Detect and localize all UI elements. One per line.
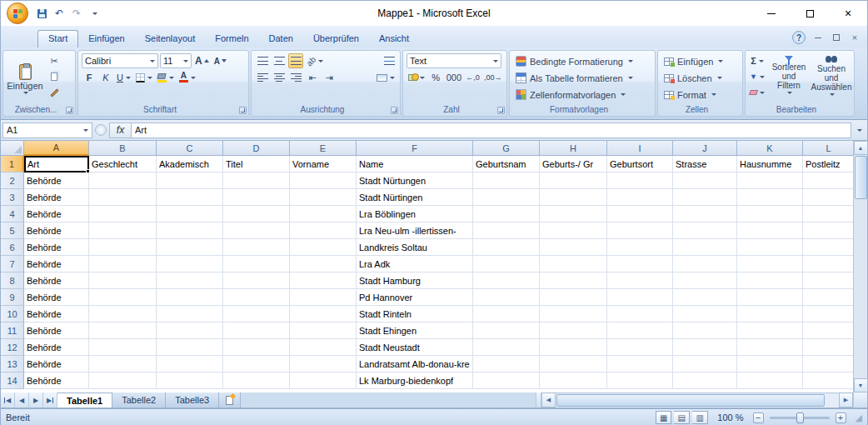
- cell-F14[interactable]: Lk Marburg-biedenkopf: [357, 372, 473, 389]
- increase-indent-button[interactable]: ⇥: [322, 70, 337, 85]
- number-dialog-launcher[interactable]: [497, 107, 505, 114]
- thousands-separator-button[interactable]: 000: [445, 70, 463, 85]
- cell-D10[interactable]: [223, 306, 290, 322]
- insert-cells-button[interactable]: Einfügen: [661, 53, 740, 69]
- cell-A11[interactable]: Behörde: [24, 322, 89, 339]
- cell-F6[interactable]: Landkreis Soltau: [357, 239, 473, 256]
- conditional-formatting-button[interactable]: Bedingte Formatierung: [512, 53, 652, 69]
- cell-H1[interactable]: Geburts-/ Gr: [540, 156, 607, 172]
- scroll-left-button[interactable]: ◀: [541, 392, 556, 408]
- clear-button[interactable]: [748, 85, 766, 100]
- name-box[interactable]: A1: [2, 122, 92, 138]
- wrap-text-button[interactable]: [382, 53, 397, 68]
- cell-C1[interactable]: Akademisch: [157, 156, 223, 172]
- zoom-in-button[interactable]: +: [836, 412, 846, 423]
- cell-G10[interactable]: [473, 306, 540, 322]
- cell-I14[interactable]: [607, 372, 673, 389]
- cell-C9[interactable]: [157, 289, 223, 306]
- column-header-F[interactable]: F: [357, 141, 473, 156]
- cell-I11[interactable]: [607, 322, 673, 339]
- cell-G7[interactable]: [473, 256, 540, 272]
- cell-D1[interactable]: Titel: [223, 156, 290, 172]
- row-header-13[interactable]: 13: [1, 356, 24, 372]
- cell-K8[interactable]: [737, 272, 803, 289]
- zoom-out-button[interactable]: −: [753, 412, 764, 423]
- cell-L4[interactable]: [803, 206, 853, 222]
- cell-A2[interactable]: Behörde: [24, 172, 89, 189]
- ribbon-tab-formeln[interactable]: Formeln: [205, 30, 258, 48]
- orientation-button[interactable]: ab: [305, 53, 325, 68]
- cell-B12[interactable]: [89, 339, 157, 356]
- cell-D11[interactable]: [223, 322, 290, 339]
- page-break-view-button[interactable]: ▥: [692, 411, 708, 424]
- ribbon-tab-überprüfen[interactable]: Überprüfen: [303, 30, 369, 48]
- cell-F10[interactable]: Stadt Rinteln: [357, 306, 473, 322]
- delete-cells-button[interactable]: Löschen: [661, 70, 740, 86]
- copy-button[interactable]: [47, 69, 62, 84]
- tab-split-handle[interactable]: [536, 392, 541, 408]
- ribbon-tab-seitenlayout[interactable]: Seitenlayout: [135, 30, 206, 48]
- cell-G2[interactable]: [473, 172, 540, 189]
- cell-B11[interactable]: [89, 322, 157, 339]
- cell-A5[interactable]: Behörde: [24, 222, 89, 239]
- cell-D7[interactable]: [223, 256, 290, 272]
- alignment-dialog-launcher[interactable]: [391, 107, 398, 114]
- cell-C12[interactable]: [157, 339, 223, 356]
- cell-D13[interactable]: [223, 356, 290, 372]
- cell-K9[interactable]: [737, 289, 803, 306]
- cell-A10[interactable]: Behörde: [24, 306, 89, 322]
- cell-L8[interactable]: [803, 272, 853, 289]
- cell-C4[interactable]: [157, 206, 223, 222]
- increase-decimal-button[interactable]: ←,0: [465, 70, 481, 85]
- first-sheet-button[interactable]: ◀: [1, 392, 15, 408]
- cell-C14[interactable]: [157, 372, 223, 389]
- row-header-8[interactable]: 8: [1, 272, 24, 289]
- qat-customize-button[interactable]: [87, 6, 102, 21]
- cell-J9[interactable]: [673, 289, 737, 306]
- cell-L2[interactable]: [803, 172, 853, 189]
- cell-E5[interactable]: [290, 222, 357, 239]
- cell-B2[interactable]: [89, 172, 157, 189]
- cell-styles-button[interactable]: Zellenformatvorlagen: [512, 87, 652, 102]
- cell-E10[interactable]: [290, 306, 357, 322]
- redo-button[interactable]: ↷: [69, 6, 84, 21]
- cell-I7[interactable]: [607, 256, 673, 272]
- page-layout-view-button[interactable]: ▤: [674, 411, 690, 424]
- ribbon-tab-daten[interactable]: Daten: [259, 30, 303, 48]
- row-header-6[interactable]: 6: [1, 239, 24, 256]
- cell-L14[interactable]: [803, 372, 853, 389]
- cell-I5[interactable]: [607, 222, 673, 239]
- cell-H8[interactable]: [540, 272, 607, 289]
- cell-D5[interactable]: [223, 222, 290, 239]
- sort-filter-button[interactable]: Sortieren und Filtern: [769, 53, 809, 104]
- office-button[interactable]: [7, 2, 28, 24]
- font-size-combo[interactable]: 11: [160, 53, 192, 68]
- cell-A9[interactable]: Behörde: [24, 289, 89, 306]
- cell-L6[interactable]: [803, 239, 853, 256]
- cell-B7[interactable]: [89, 256, 157, 272]
- cell-D6[interactable]: [223, 239, 290, 256]
- cell-K11[interactable]: [737, 322, 803, 339]
- workbook-minimize-button[interactable]: [812, 32, 824, 43]
- cell-B13[interactable]: [89, 356, 157, 372]
- cell-K7[interactable]: [737, 256, 803, 272]
- column-header-B[interactable]: B: [89, 141, 157, 156]
- cell-G5[interactable]: [473, 222, 540, 239]
- cell-K1[interactable]: Hausnumme: [737, 156, 803, 172]
- align-left-button[interactable]: [255, 70, 270, 85]
- cell-K12[interactable]: [737, 339, 803, 356]
- cell-B1[interactable]: Geschlecht: [89, 156, 157, 172]
- column-header-J[interactable]: J: [673, 141, 737, 156]
- cell-E6[interactable]: [290, 239, 357, 256]
- zoom-level[interactable]: 100 %: [711, 412, 750, 422]
- cell-I13[interactable]: [607, 356, 673, 372]
- save-button[interactable]: [34, 6, 49, 21]
- cell-F7[interactable]: Lra Adk: [357, 256, 473, 272]
- cell-C5[interactable]: [157, 222, 223, 239]
- decrease-decimal-button[interactable]: ,00→: [482, 70, 503, 85]
- italic-button[interactable]: K: [98, 70, 113, 85]
- column-header-H[interactable]: H: [540, 141, 607, 156]
- row-header-5[interactable]: 5: [1, 222, 24, 239]
- column-header-E[interactable]: E: [290, 141, 357, 156]
- cell-E12[interactable]: [290, 339, 357, 356]
